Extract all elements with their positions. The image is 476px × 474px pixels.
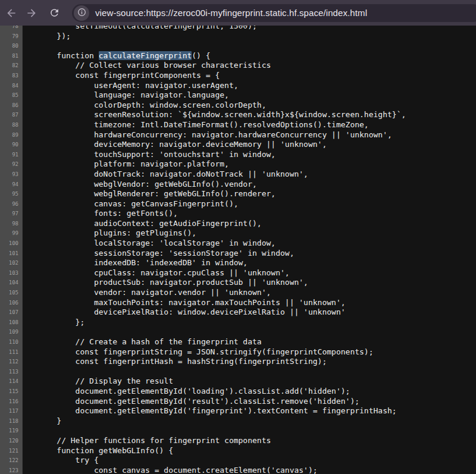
source-line: 97 fonts: getFonts(),: [0, 209, 476, 219]
source-line: 123 const canvas = document.createElemen…: [0, 466, 476, 474]
source-line: 78 setTimeout(calculateFingerprint, 1500…: [0, 26, 476, 32]
line-number: 83: [0, 71, 23, 81]
line-content: canvas: getCanvasFingerprint(),: [23, 199, 239, 209]
line-content: [23, 367, 38, 377]
line-number: 91: [0, 150, 23, 160]
line-content: function getWebGLInfo() {: [23, 446, 173, 456]
url-text: view-source:https://zeroc00i-myfingerpri…: [95, 8, 367, 18]
source-line: 79 });: [0, 32, 476, 42]
source-line: 104 productSub: navigator.productSub || …: [0, 278, 476, 288]
source-view[interactable]: 78 setTimeout(calculateFingerprint, 1500…: [0, 26, 476, 474]
line-content: document.getElementById('loading').class…: [23, 387, 350, 397]
line-number: 118: [0, 416, 23, 426]
line-content: vendor: navigator.vendor || 'unknown',: [23, 288, 271, 298]
source-line: 111 const fingerprintString = JSON.strin…: [0, 347, 476, 357]
line-content: setTimeout(calculateFingerprint, 1500);: [23, 26, 257, 32]
line-number: 98: [0, 219, 23, 229]
line-number: 112: [0, 357, 23, 367]
source-line: 89 hardwareConcurrency: navigator.hardwa…: [0, 130, 476, 140]
source-line: 94 webglVendor: getWebGLInfo().vendor,: [0, 180, 476, 190]
line-number: 119: [0, 426, 23, 436]
line-number: 104: [0, 278, 23, 288]
line-content: // Create a hash of the fingerprint data: [23, 337, 262, 347]
line-content: audioContext: getAudioFingerprint(),: [23, 219, 262, 229]
source-line: 117 document.getElementById('fingerprint…: [0, 406, 476, 416]
source-line: 88 timezone: Intl.DateTimeFormat().resol…: [0, 120, 476, 130]
line-content: platform: navigator.platform,: [23, 159, 229, 169]
line-number: 103: [0, 268, 23, 278]
line-number: 111: [0, 347, 23, 357]
line-number: 100: [0, 238, 23, 249]
line-content: // Display the result: [23, 376, 173, 387]
source-line: 108 };: [0, 318, 476, 328]
line-content: });: [23, 32, 71, 42]
line-number: 110: [0, 337, 23, 347]
line-content: [23, 426, 38, 436]
forward-arrow-icon: [26, 7, 37, 19]
line-content: screenResolution: `${window.screen.width…: [23, 110, 406, 120]
line-content: document.getElementById('fingerprint').t…: [23, 406, 397, 416]
source-line: 85 language: navigator.language,: [0, 90, 476, 101]
line-number: 107: [0, 307, 23, 318]
line-number: 120: [0, 436, 23, 446]
line-content: sessionStorage: 'sessionStorage' in wind…: [23, 249, 294, 259]
line-number: 123: [0, 466, 23, 474]
reload-button[interactable]: [44, 3, 64, 23]
info-circle-icon: [77, 7, 87, 19]
source-line: 110 // Create a hash of the fingerprint …: [0, 337, 476, 347]
line-content: // Collect various browser characteristi…: [23, 61, 271, 71]
line-content: timezone: Intl.DateTimeFormat().resolved…: [23, 120, 369, 130]
source-line: 105 vendor: navigator.vendor || 'unknown…: [0, 288, 476, 298]
source-line: 107 devicePixelRatio: window.devicePixel…: [0, 307, 476, 318]
line-content: userAgent: navigator.userAgent,: [23, 81, 239, 91]
back-button[interactable]: [1, 3, 21, 23]
source-line: 99 plugins: getPlugins(),: [0, 228, 476, 238]
source-line: 103 cpuClass: navigator.cpuClass || 'unk…: [0, 268, 476, 278]
line-number: 89: [0, 130, 23, 140]
line-number: 97: [0, 209, 23, 219]
line-number: 102: [0, 258, 23, 268]
line-content: };: [23, 318, 84, 328]
line-content: devicePixelRatio: window.devicePixelRati…: [23, 307, 346, 318]
source-line: 120 // Helper functions for fingerprint …: [0, 436, 476, 446]
line-number: 116: [0, 397, 23, 407]
line-number: 82: [0, 61, 23, 71]
line-number: 108: [0, 318, 23, 328]
source-line: 106 maxTouchPoints: navigator.maxTouchPo…: [0, 298, 476, 308]
forward-button[interactable]: [21, 3, 42, 23]
line-content: try {: [23, 456, 99, 466]
line-number: 99: [0, 228, 23, 238]
line-number: 94: [0, 180, 23, 190]
browser-toolbar: view-source:https://zeroc00i-myfingerpri…: [0, 0, 476, 26]
line-content: webglRenderer: getWebGLInfo().renderer,: [23, 189, 275, 199]
line-content: maxTouchPoints: navigator.maxTouchPoints…: [23, 298, 346, 308]
line-content: function calculateFingerprint() {: [23, 51, 211, 61]
line-content: touchSupport: 'ontouchstart' in window,: [23, 150, 275, 160]
source-line: 96 canvas: getCanvasFingerprint(),: [0, 199, 476, 209]
source-line: 113: [0, 367, 476, 377]
line-content: language: navigator.language,: [23, 90, 229, 101]
source-line: 81 function calculateFingerprint() {: [0, 51, 476, 61]
source-line: 109: [0, 327, 476, 337]
source-line: 82 // Collect various browser characteri…: [0, 61, 476, 71]
line-number: 93: [0, 169, 23, 180]
url-bar[interactable]: view-source:https://zeroc00i-myfingerpri…: [72, 4, 476, 22]
find-match-highlight: calculateFingerprint: [99, 51, 192, 60]
line-number: 122: [0, 456, 23, 466]
line-number: 115: [0, 387, 23, 397]
source-line: 114 // Display the result: [0, 376, 476, 387]
source-line: 84 userAgent: navigator.userAgent,: [0, 81, 476, 91]
line-number: 90: [0, 140, 23, 150]
line-content: indexedDB: 'indexedDB' in window,: [23, 258, 248, 268]
line-content: // Helper functions for fingerprint comp…: [23, 436, 271, 446]
site-info-button[interactable]: [74, 5, 89, 21]
back-arrow-icon: [5, 7, 17, 19]
source-line: 121 function getWebGLInfo() {: [0, 446, 476, 456]
line-number: 81: [0, 51, 23, 61]
line-content: deviceMemory: navigator.deviceMemory || …: [23, 140, 327, 150]
line-content: hardwareConcurrency: navigator.hardwareC…: [23, 130, 392, 140]
source-line: 87 screenResolution: `${window.screen.wi…: [0, 110, 476, 120]
line-number: 95: [0, 189, 23, 199]
line-number: 78: [0, 26, 23, 32]
line-number: 96: [0, 199, 23, 209]
